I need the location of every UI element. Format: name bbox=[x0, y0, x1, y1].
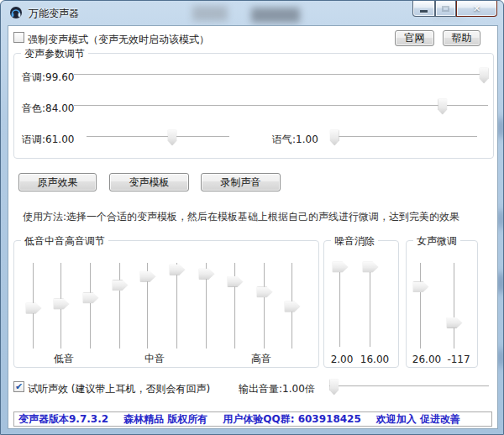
female-value-2: -117 bbox=[447, 354, 470, 365]
title-bar[interactable]: 万能变声器 ✕ bbox=[1, 1, 504, 25]
eq-group-title: 低音中音高音调节 bbox=[21, 234, 108, 249]
slider-thumb[interactable] bbox=[413, 281, 429, 292]
slider-thumb[interactable] bbox=[170, 265, 186, 275]
voice-template-button[interactable]: 变声模板 bbox=[109, 173, 189, 191]
eq-slider-3[interactable] bbox=[82, 263, 99, 349]
slider-thumb[interactable] bbox=[168, 130, 177, 146]
timbre-slider[interactable] bbox=[74, 98, 488, 115]
bass-band-label: 低音 bbox=[54, 352, 74, 366]
slider-track[interactable] bbox=[87, 136, 229, 138]
params-group-title: 变声参数调节 bbox=[21, 47, 88, 61]
website-button[interactable]: 官网 bbox=[395, 30, 434, 46]
status-bar: 变声器版本9.7.3.2 森林精品 版权所有 用户体验QQ群: 60391842… bbox=[13, 411, 492, 427]
eq-slider-2[interactable] bbox=[53, 263, 70, 349]
slider-thumb[interactable] bbox=[330, 130, 339, 146]
maximize-button[interactable] bbox=[435, 1, 456, 17]
noise-value-1: 2.00 bbox=[331, 354, 354, 365]
preview-checkbox[interactable]: ✔ bbox=[13, 381, 24, 392]
female-slider-1[interactable] bbox=[412, 263, 429, 349]
client-area: 强制变声模式（变声无效时启动该模式） 官网 帮助 变声参数调节 音调:99.60… bbox=[8, 25, 498, 429]
eq-groupbox: 低音中音高音调节 bbox=[13, 240, 319, 368]
female-value-1: 26.00 bbox=[412, 354, 441, 365]
output-volume-label: 输出音量:1.00倍 bbox=[239, 382, 315, 396]
slider-track[interactable] bbox=[234, 263, 236, 349]
slider-thumb[interactable] bbox=[438, 99, 447, 115]
slider-track[interactable] bbox=[74, 74, 488, 76]
copyright-text: 森林精品 版权所有 bbox=[123, 412, 207, 427]
slider-track[interactable] bbox=[339, 263, 341, 347]
glass-artifact bbox=[497, 274, 504, 292]
maximize-icon bbox=[442, 6, 449, 12]
eq-slider-5[interactable] bbox=[139, 263, 156, 349]
noise-value-2: 16.00 bbox=[360, 354, 389, 365]
qq-group-text: 用户体验QQ群: 603918425 bbox=[223, 412, 361, 427]
welcome-text: 欢迎加入 促进改善 bbox=[376, 412, 460, 427]
slider-thumb[interactable] bbox=[54, 298, 70, 309]
original-sound-button[interactable]: 原声效果 bbox=[18, 173, 97, 191]
record-sound-button[interactable]: 录制声音 bbox=[201, 173, 281, 191]
close-button[interactable]: ✕ bbox=[456, 1, 497, 17]
eq-slider-8[interactable] bbox=[227, 263, 244, 349]
slider-track[interactable] bbox=[370, 263, 371, 347]
pitch-slider[interactable] bbox=[74, 67, 488, 84]
output-volume-slider[interactable] bbox=[329, 379, 489, 396]
eq-slider-9[interactable] bbox=[256, 263, 273, 349]
params-groupbox: 变声参数调节 音调:99.60 音色:84.00 语调:61.00 语气:1.0… bbox=[13, 53, 494, 159]
tone-label: 语气:1.00 bbox=[272, 133, 318, 147]
slider-thumb[interactable] bbox=[83, 292, 99, 303]
treble-band-label: 高音 bbox=[251, 352, 271, 366]
mid-band-label: 中音 bbox=[144, 352, 165, 366]
eq-slider-7[interactable] bbox=[198, 263, 215, 349]
pitch-label: 音调:99.60 bbox=[22, 71, 74, 85]
tone-slider[interactable] bbox=[330, 129, 477, 146]
force-mode-checkbox[interactable] bbox=[13, 32, 24, 43]
slider-track[interactable] bbox=[329, 385, 489, 387]
slider-thumb[interactable] bbox=[363, 262, 379, 273]
usage-hint: 使用方法:选择一个合适的变声模板，然后在模板基础上根据自己的声线进行微调，达到完… bbox=[23, 210, 459, 224]
slider-thumb[interactable] bbox=[329, 380, 339, 396]
eq-slider-10[interactable] bbox=[284, 263, 301, 349]
intonation-label: 语调:61.00 bbox=[22, 133, 74, 147]
slider-track[interactable] bbox=[264, 263, 265, 349]
timbre-label: 音色:84.00 bbox=[22, 102, 74, 116]
glass-artifact bbox=[497, 349, 504, 366]
glass-artifact bbox=[497, 118, 504, 137]
noise-groupbox: 噪音消除 2.00 16.00 bbox=[323, 240, 399, 368]
female-groupbox: 女声微调 26.00 -117 bbox=[406, 240, 478, 368]
force-mode-label: 强制变声模式（变声无效时启动该模式） bbox=[28, 33, 209, 47]
female-slider-2[interactable] bbox=[446, 263, 463, 349]
slider-thumb[interactable] bbox=[285, 301, 301, 312]
slider-track[interactable] bbox=[74, 105, 488, 107]
eq-slider-1[interactable] bbox=[25, 263, 42, 349]
slider-track[interactable] bbox=[90, 263, 92, 349]
slider-track[interactable] bbox=[176, 263, 178, 349]
slider-thumb[interactable] bbox=[199, 269, 215, 280]
close-icon: ✕ bbox=[473, 3, 480, 14]
noise-group-title: 噪音消除 bbox=[331, 234, 378, 249]
slider-track[interactable] bbox=[454, 263, 455, 349]
version-text: 变声器版本9.7.3.2 bbox=[18, 412, 108, 427]
slider-thumb[interactable] bbox=[447, 317, 463, 328]
app-window: 万能变声器 ✕ 强制变声模式（变声无效时启动该模式） 官网 帮助 变声参数调节 … bbox=[0, 0, 504, 435]
help-button[interactable]: 帮助 bbox=[443, 30, 480, 46]
window-title: 万能变声器 bbox=[29, 7, 79, 21]
minimize-button[interactable] bbox=[412, 1, 435, 17]
preview-label: 试听声效 (建议带上耳机，否则会有回声) bbox=[28, 382, 210, 396]
slider-thumb[interactable] bbox=[26, 303, 42, 314]
slider-track[interactable] bbox=[330, 136, 477, 138]
slider-thumb[interactable] bbox=[257, 286, 273, 297]
slider-thumb[interactable] bbox=[480, 68, 489, 84]
slider-thumb[interactable] bbox=[228, 276, 244, 287]
slider-track[interactable] bbox=[119, 263, 121, 349]
noise-slider-2[interactable] bbox=[362, 263, 379, 347]
eq-slider-6[interactable] bbox=[169, 263, 186, 349]
minimize-icon bbox=[420, 10, 428, 13]
slider-thumb[interactable] bbox=[333, 262, 349, 273]
intonation-slider[interactable] bbox=[87, 129, 229, 146]
noise-slider-1[interactable] bbox=[332, 263, 349, 347]
headphone-icon bbox=[9, 6, 23, 19]
slider-thumb[interactable] bbox=[113, 280, 129, 291]
slider-track[interactable] bbox=[420, 263, 422, 349]
eq-slider-4[interactable] bbox=[112, 263, 129, 349]
slider-thumb[interactable] bbox=[140, 271, 156, 282]
